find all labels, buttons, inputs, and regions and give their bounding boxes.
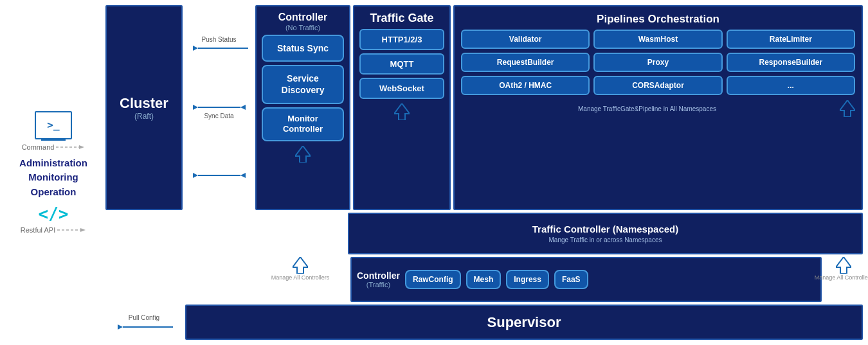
svg-marker-8 [240,105,246,110]
pipeline-item-0: Validator [461,30,590,49]
pipeline-item-2: RateLimiter [727,30,855,49]
pipeline-item-8: ... [727,76,855,95]
service-discovery-box: Service Discovery [262,65,344,103]
sync-data-arrow2 [190,172,248,179]
status-sync-box: Status Sync [262,35,344,62]
svg-marker-13 [394,103,410,120]
diagram: >_ Command Administration Monitoring Ope… [0,0,868,345]
cluster-title: Cluster [120,95,168,112]
pipelines-grid: Validator WasmHost RateLimiter RequestBu… [461,30,855,95]
svg-marker-16 [836,257,851,274]
sync-data-arrow [190,103,248,111]
monitor-controller-box: Monitor Controller [262,107,344,142]
pipeline-item-1: WasmHost [593,30,722,49]
controller-no-traffic-title: Controller [278,12,327,23]
controller-traffic-title: Controller [357,270,400,281]
mqtt-box: MQTT [359,53,444,75]
manage-all-2-label: Manage All Controllers [815,274,868,281]
manage-all-1-label: Manage All Controllers [271,274,330,281]
controller-traffic-sub: (Traffic) [366,281,390,288]
supervisor-title: Supervisor [487,314,561,331]
websocket-box: WebSocket [359,78,444,99]
controller-no-traffic-box: Controller (No Traffic) Status Sync Serv… [255,5,350,210]
push-status-label: Push Status [202,36,237,43]
arrows-col: Push Status Sync Data [185,5,253,210]
restful-arrow [57,227,86,233]
svg-marker-6 [193,105,198,110]
svg-marker-14 [840,100,855,117]
svg-marker-4 [193,46,198,51]
svg-marker-17 [118,324,123,330]
ct-up-arrow-1 [293,257,308,274]
pull-config-label: Pull Config [129,314,159,321]
cluster-sub: (Raft) [134,112,154,121]
svg-marker-1 [79,145,84,149]
admin-label-1: Administration [19,156,87,171]
command-arrow [56,144,85,150]
ingress-box: Ingress [506,270,549,289]
manage-traffic-label: Mange Traffic in or across Namespaces [548,236,662,243]
controller-traffic-box: Controller (Traffic) RawConfig Mesh Ingr… [350,257,822,302]
svg-marker-15 [293,257,308,274]
pipeline-item-4: Proxy [593,53,722,72]
pipelines-up-arrow [840,100,855,117]
pipeline-item-7: CORSAdaptor [593,76,722,95]
pipeline-item-5: ResponseBuilder [727,53,855,72]
traffic-controller-box: Traffic Controller (Namespaced) Mange Tr… [348,213,863,254]
pipeline-item-6: OAth2 / HMAC [461,76,590,95]
manage-trafficgate-label: Manage TrafficGate&Pipeline in All Names… [461,105,833,112]
cluster-box: Cluster (Raft) [105,5,183,210]
pull-config-arrow [115,323,173,331]
traffic-gate-box: Traffic Gate HTTP1/2/3 MQTT WebSocket [353,5,451,210]
push-status-arrow [190,44,248,52]
rawconfig-box: RawConfig [405,270,461,289]
svg-marker-11 [240,173,246,178]
admin-panel: >_ Command Administration Monitoring Ope… [5,5,102,340]
controller-no-traffic-sub: (No Traffic) [285,24,320,31]
sync-data-label: Sync Data [204,112,233,119]
http-box: HTTP1/2/3 [359,29,444,50]
svg-marker-9 [193,173,198,178]
controller-traffic-row: Manage All Controllers Controller (Traff… [105,257,863,302]
pipelines-title: Pipelines Orchestration [461,13,855,26]
api-icon: </> [39,204,69,224]
svg-marker-12 [295,146,311,163]
traffic-gate-title: Traffic Gate [370,12,433,26]
pipelines-box: Pipelines Orchestration Validator WasmHo… [453,5,863,210]
traffic-controller-row: Traffic Controller (Namespaced) Mange Tr… [105,213,863,254]
main-content: Cluster (Raft) Push Status [105,5,863,340]
traffic-controller-title: Traffic Controller (Namespaced) [532,224,679,234]
trafficgate-up-arrow [394,103,410,120]
supervisor-box: Supervisor [185,305,863,340]
pipeline-item-3: RequestBuilder [461,53,590,72]
faas-box: FaaS [554,270,588,289]
restful-label: Restful API [21,226,55,234]
admin-label-3: Operation [19,185,87,200]
supervisor-row: Pull Config Supervisor [105,305,863,340]
terminal-icon: >_ [35,111,72,139]
svg-marker-3 [80,228,86,232]
top-row: Cluster (Raft) Push Status [105,5,863,210]
admin-label-2: Monitoring [19,170,87,185]
ct-up-arrow-2 [836,257,851,274]
controller-up-arrow [295,146,311,163]
command-label: Command [22,143,55,151]
mesh-box: Mesh [466,270,502,289]
